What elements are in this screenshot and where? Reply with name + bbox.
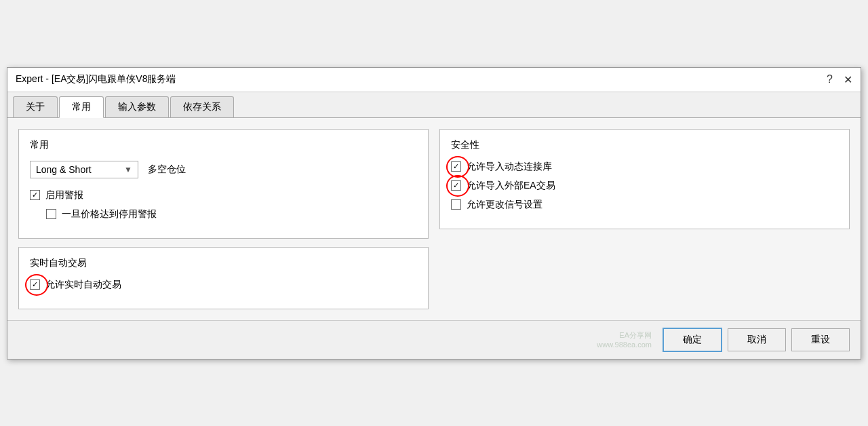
enable-alert-row: 启用警报 xyxy=(30,189,417,201)
allow-auto-trade-row: 允许实时自动交易 xyxy=(30,279,417,291)
allow-dll-checkbox[interactable] xyxy=(451,161,461,172)
position-type-dropdown[interactable]: Long & Short ▼ xyxy=(30,161,138,178)
cancel-button[interactable]: 取消 xyxy=(728,328,786,351)
general-section: 常用 Long & Short ▼ 多空仓位 启用警报 一旦价格达到停用警报 xyxy=(18,129,429,239)
main-window: Expert - [EA交易]闪电跟单侠V8服务端 ? ✕ 关于 常用 输入参数… xyxy=(7,67,861,360)
price-alert-label: 一旦价格达到停用警报 xyxy=(62,208,157,220)
allow-signal-checkbox[interactable] xyxy=(451,199,461,210)
reset-button[interactable]: 重设 xyxy=(791,328,850,351)
enable-alert-checkbox[interactable] xyxy=(30,190,40,200)
tab-about[interactable]: 关于 xyxy=(13,96,58,117)
allow-dll-row: 允许导入动态连接库 xyxy=(451,161,838,173)
auto-trade-section-title: 实时自动交易 xyxy=(30,257,417,269)
security-section-title: 安全性 xyxy=(451,139,838,151)
allow-signal-label: 允许更改信号设置 xyxy=(467,199,542,211)
left-panel: 常用 Long & Short ▼ 多空仓位 启用警报 一旦价格达到停用警报 xyxy=(18,129,429,309)
help-icon[interactable]: ? xyxy=(827,73,833,85)
tab-dependencies[interactable]: 依存关系 xyxy=(170,96,234,117)
allow-external-ea-label: 允许导入外部EA交易 xyxy=(467,180,555,192)
auto-trade-section: 实时自动交易 允许实时自动交易 xyxy=(18,247,429,309)
allow-auto-trade-checkbox[interactable] xyxy=(30,279,40,290)
price-alert-row: 一旦价格达到停用警报 xyxy=(46,208,417,220)
general-section-title: 常用 xyxy=(30,139,417,151)
window-title: Expert - [EA交易]闪电跟单侠V8服务端 xyxy=(16,73,176,85)
confirm-button[interactable]: 确定 xyxy=(663,328,722,352)
enable-alert-label: 启用警报 xyxy=(45,189,83,201)
tab-common[interactable]: 常用 xyxy=(59,96,104,118)
title-bar: Expert - [EA交易]闪电跟单侠V8服务端 ? ✕ xyxy=(7,68,861,92)
dropdown-row: Long & Short ▼ 多空仓位 xyxy=(30,161,417,178)
price-alert-checkbox[interactable] xyxy=(46,209,56,219)
bottom-bar: EA分享网 www.988ea.com 确定 取消 重设 xyxy=(7,320,861,359)
close-icon[interactable]: ✕ xyxy=(844,73,852,86)
dropdown-value: Long & Short xyxy=(36,164,92,175)
allow-external-ea-checkbox[interactable] xyxy=(451,180,461,191)
allow-external-ea-row: 允许导入外部EA交易 xyxy=(451,180,838,192)
tab-bar: 关于 常用 输入参数 依存关系 xyxy=(7,92,861,118)
watermark: EA分享网 www.988ea.com xyxy=(597,330,652,349)
main-content: 常用 Long & Short ▼ 多空仓位 启用警报 一旦价格达到停用警报 xyxy=(7,118,861,320)
allow-auto-trade-label: 允许实时自动交易 xyxy=(45,279,121,291)
title-bar-controls: ? ✕ xyxy=(827,73,852,86)
security-section: 安全性 允许导入动态连接库 xyxy=(439,129,850,229)
right-panel: 安全性 允许导入动态连接库 xyxy=(439,129,850,309)
dropdown-label: 多空仓位 xyxy=(148,163,186,176)
dropdown-arrow-icon: ▼ xyxy=(124,165,132,174)
allow-dll-label: 允许导入动态连接库 xyxy=(467,161,552,173)
tab-input-params[interactable]: 输入参数 xyxy=(105,96,169,117)
allow-signal-row: 允许更改信号设置 xyxy=(451,199,838,211)
